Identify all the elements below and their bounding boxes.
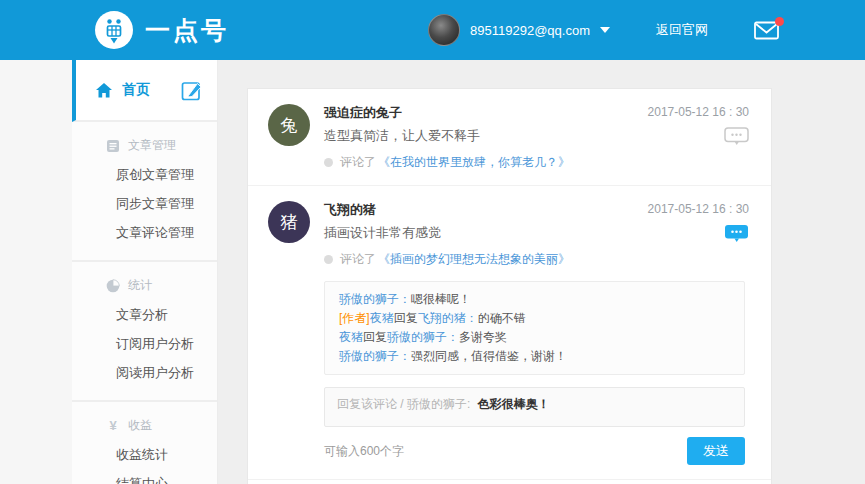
sidebar-item-subscriber-analysis[interactable]: 订阅用户分析 bbox=[106, 329, 207, 358]
comment-meta: 评论了 《插画的梦幻理想无法想象的美丽》 bbox=[324, 251, 745, 268]
section-label: 统计 bbox=[128, 277, 152, 294]
reply-bubble-icon-active[interactable] bbox=[724, 224, 749, 243]
sidebar-menu: 首页 bbox=[72, 60, 218, 484]
reply-thread: 骄傲的狮子：嗯很棒呢！ [作者]夜猪回复飞翔的猪：的确不错 夜猪回复骄傲的狮子：… bbox=[324, 281, 745, 375]
comment-side: 2017-05-12 16 : 30 bbox=[648, 202, 749, 247]
envelope-icon bbox=[754, 26, 779, 43]
sidebar-item-revenue-stats[interactable]: 收益统计 bbox=[106, 440, 207, 469]
sidebar-item-settlement-center[interactable]: 结算中心 bbox=[106, 469, 207, 484]
reply-item: 骄傲的狮子：强烈同感，值得借鉴，谢谢！ bbox=[339, 347, 730, 366]
sidebar-item-home[interactable]: 首页 bbox=[72, 60, 217, 122]
reply-target[interactable]: 骄傲的狮子 bbox=[387, 330, 447, 344]
user-avatar[interactable] bbox=[428, 14, 460, 46]
mail-button[interactable] bbox=[754, 21, 779, 40]
reply-author[interactable]: 骄傲的狮子 bbox=[339, 292, 399, 306]
comment-row: 猪 飞翔的猪 插画设计非常有感觉 评论了 《插画的梦幻理想无法想象的美丽》 骄傲… bbox=[248, 186, 771, 480]
comment-side: 2017-05-12 16 : 30 bbox=[648, 105, 749, 150]
reply-item: [作者]夜猪回复飞翔的猪：的确不错 bbox=[339, 309, 730, 328]
brand-logo[interactable]: 一点号 bbox=[95, 11, 229, 49]
comment-row: 兔 强迫症的兔子 造型真简洁，让人爱不释手 评论了 《在我的世界里放肆，你算老几… bbox=[248, 89, 771, 186]
reply-footer: 可输入600个字 发送 bbox=[324, 437, 745, 465]
comment-row: 狐 骄傲的狐狸 确实难得一间的好素材 评论了 《插画的梦幻理想无法想象的美丽》 … bbox=[248, 480, 771, 484]
sidebar-item-article-analysis[interactable]: 文章分析 bbox=[106, 300, 207, 329]
reply-target[interactable]: 飞翔的猪 bbox=[418, 311, 466, 325]
sidebar-item-reader-analysis[interactable]: 阅读用户分析 bbox=[106, 358, 207, 387]
reply-input-value: 色彩很棒奥！ bbox=[478, 397, 550, 411]
compose-pen-icon[interactable] bbox=[181, 79, 203, 101]
reply-text: 多谢夸奖 bbox=[459, 330, 507, 344]
comment-action: 评论了 bbox=[340, 251, 376, 268]
comments-card: 兔 强迫症的兔子 造型真简洁，让人爱不释手 评论了 《在我的世界里放肆，你算老几… bbox=[247, 88, 772, 484]
pie-chart-icon bbox=[106, 279, 120, 293]
main-content: 兔 强迫症的兔子 造型真简洁，让人爱不释手 评论了 《在我的世界里放肆，你算老几… bbox=[218, 60, 865, 484]
sidebar-item-article-comments[interactable]: 文章评论管理 bbox=[106, 218, 207, 247]
reply-author[interactable]: 夜猪 bbox=[339, 330, 363, 344]
notification-dot bbox=[775, 17, 784, 26]
account-email[interactable]: 895119292@qq.com bbox=[470, 23, 590, 38]
reply-text: 嗯很棒呢！ bbox=[411, 292, 471, 306]
status-dot-icon bbox=[324, 158, 333, 167]
document-icon bbox=[106, 139, 120, 153]
reply-action: 回复 bbox=[394, 311, 418, 325]
avatar-pig[interactable]: 猪 bbox=[268, 201, 310, 243]
send-button[interactable]: 发送 bbox=[687, 437, 745, 465]
section-label: 文章管理 bbox=[128, 137, 176, 154]
reply-input[interactable]: 回复该评论 / 骄傲的狮子: 色彩很棒奥！ bbox=[324, 387, 745, 427]
reply-text: 的确不错 bbox=[478, 311, 526, 325]
sidebar-section-revenue: ¥ 收益 收益统计 结算中心 bbox=[72, 402, 217, 484]
reply-text: 强烈同感，值得借鉴，谢谢！ bbox=[411, 349, 567, 363]
reply-bubble-icon[interactable] bbox=[724, 127, 749, 146]
sidebar-home-label: 首页 bbox=[122, 81, 150, 99]
home-icon bbox=[96, 83, 112, 98]
brand-name: 一点号 bbox=[145, 14, 229, 47]
reply-item: 骄傲的狮子：嗯很棒呢！ bbox=[339, 290, 730, 309]
sidebar-item-original-articles[interactable]: 原创文章管理 bbox=[106, 160, 207, 189]
sidebar-section-articles: 文章管理 原创文章管理 同步文章管理 文章评论管理 bbox=[72, 122, 217, 262]
comment-action: 评论了 bbox=[340, 154, 376, 171]
back-to-site-link[interactable]: 返回官网 bbox=[656, 21, 708, 39]
sidebar-rail bbox=[0, 60, 72, 484]
comment-timestamp: 2017-05-12 16 : 30 bbox=[648, 105, 749, 119]
section-head: 文章管理 bbox=[106, 137, 207, 154]
reply-author[interactable]: 骄傲的狮子 bbox=[339, 349, 399, 363]
sidebar-section-stats: 统计 文章分析 订阅用户分析 阅读用户分析 bbox=[72, 262, 217, 402]
reply-item: 夜猪回复骄傲的狮子：多谢夸奖 bbox=[339, 328, 730, 347]
reply-action: 回复 bbox=[363, 330, 387, 344]
author-tag: [作者] bbox=[339, 311, 370, 325]
char-limit-hint: 可输入600个字 bbox=[324, 443, 404, 460]
comment-meta: 评论了 《在我的世界里放肆，你算老几？》 bbox=[324, 154, 745, 171]
sidebar-item-sync-articles[interactable]: 同步文章管理 bbox=[106, 189, 207, 218]
top-header: 一点号 895119292@qq.com 返回官网 bbox=[0, 0, 865, 60]
reply-author[interactable]: 夜猪 bbox=[370, 311, 394, 325]
reply-input-prefix: 回复该评论 / 骄傲的狮子: bbox=[337, 397, 470, 411]
status-dot-icon bbox=[324, 255, 333, 264]
section-head: ¥ 收益 bbox=[106, 417, 207, 434]
section-label: 收益 bbox=[128, 417, 152, 434]
sidebar: 首页 bbox=[0, 60, 218, 484]
yen-icon: ¥ bbox=[106, 418, 120, 433]
article-link[interactable]: 《在我的世界里放肆，你算老几？》 bbox=[378, 154, 570, 171]
section-head: 统计 bbox=[106, 277, 207, 294]
chevron-down-icon[interactable] bbox=[600, 27, 610, 33]
avatar-rabbit[interactable]: 兔 bbox=[268, 104, 310, 146]
article-link[interactable]: 《插画的梦幻理想无法想象的美丽》 bbox=[378, 251, 570, 268]
comment-timestamp: 2017-05-12 16 : 30 bbox=[648, 202, 749, 216]
robot-pen-logo-icon bbox=[95, 11, 133, 49]
header-right-cluster: 895119292@qq.com 返回官网 bbox=[428, 14, 779, 46]
